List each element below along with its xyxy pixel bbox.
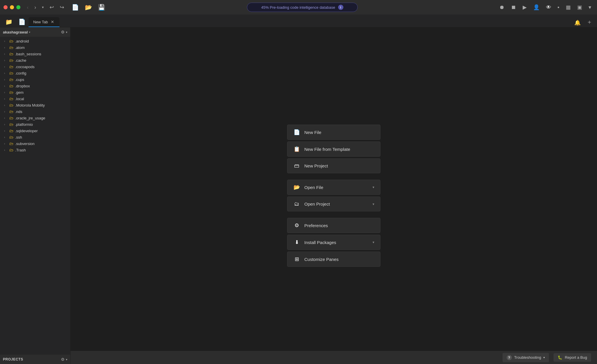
back-button[interactable]: ‹ — [25, 3, 30, 12]
layout3-button[interactable]: ▣ — [575, 3, 584, 12]
right-more-button[interactable]: ▾ — [586, 3, 594, 12]
list-item[interactable]: › 🗁 .Trash — [0, 147, 70, 153]
main-content: 📄 New File 📋 New File from Template 🗃 Ne… — [71, 27, 597, 364]
chevron-icon: › — [4, 91, 8, 94]
status-text: 45% Pre-loading code intelligence databa… — [261, 5, 335, 10]
projects-gear-button[interactable]: ⚙ ▾ — [61, 357, 67, 362]
folder-icon: 🗁 — [9, 52, 13, 56]
folder-icon: 🗁 — [9, 45, 13, 50]
run-button[interactable]: ▶ — [520, 3, 529, 12]
sidebar-gear-button[interactable]: ⚙ ▾ — [61, 30, 67, 34]
minimize-traffic-light[interactable] — [10, 5, 14, 9]
troubleshooting-button[interactable]: ? Troubleshooting ▾ — [503, 353, 549, 362]
file-name: .gem — [15, 90, 24, 95]
list-item[interactable]: › 🗁 .platformio — [0, 121, 70, 128]
close-traffic-light[interactable] — [3, 5, 8, 9]
undo-button[interactable]: ↩ — [48, 3, 56, 12]
file-name: .config — [15, 71, 26, 75]
traffic-lights — [3, 5, 20, 9]
new-file-panel-icon-button[interactable]: 📄 — [15, 17, 29, 27]
list-item[interactable]: › 🗁 .config — [0, 70, 70, 76]
preview-button[interactable]: 👁 — [544, 3, 554, 12]
file-name: .subversion — [15, 142, 34, 146]
maximize-traffic-light[interactable] — [16, 5, 20, 9]
open-project-button[interactable]: 🗂 Open Project ▾ — [287, 197, 380, 211]
new-project-icon: 🗃 — [293, 163, 300, 169]
active-tab[interactable]: New Tab ✕ — [29, 17, 59, 27]
list-item[interactable]: › 🗁 .dropbox — [0, 83, 70, 89]
new-file-button[interactable]: 📄 New File — [287, 125, 380, 140]
forward-button[interactable]: › — [33, 3, 38, 12]
new-project-button[interactable]: 🗃 New Project — [287, 158, 380, 173]
sidebar-gear-dropdown-icon: ▾ — [66, 31, 67, 34]
list-item[interactable]: › 🗁 .cocoapods — [0, 63, 70, 70]
status-icon: i — [338, 5, 343, 10]
list-item[interactable]: › 🗁 .gem — [0, 89, 70, 96]
open-file-label: Open File — [304, 185, 368, 190]
report-bug-button[interactable]: 🐛 Report a Bug — [554, 353, 591, 362]
open-file-button[interactable]: 📂 Open File ▾ — [287, 180, 380, 195]
file-name: .atom — [15, 45, 25, 50]
list-item[interactable]: › 🗁 .bash_sessions — [0, 51, 70, 57]
new-file-template-button[interactable]: 📋 New File from Template — [287, 142, 380, 157]
sidebar-user-header: akashagrawal ▾ ⚙ ▾ — [0, 27, 70, 37]
notification-button[interactable]: 🔔 — [572, 18, 583, 27]
bug-icon: 🐛 — [558, 355, 562, 360]
stop-button[interactable]: ⏹ — [509, 3, 519, 12]
sidebar-file-list: › 🗁 .android › 🗁 .atom › 🗁 .bash_session… — [0, 37, 70, 355]
list-item[interactable]: › 🗁 .android — [0, 38, 70, 44]
customize-panes-icon: ⊞ — [293, 256, 300, 262]
troubleshooting-dropdown-icon: ▾ — [543, 356, 545, 359]
folder-icon: 🗁 — [9, 96, 13, 101]
list-item[interactable]: › 🗁 .local — [0, 96, 70, 102]
chevron-icon: › — [4, 129, 8, 132]
sidebar-gear-icon: ⚙ — [61, 30, 65, 34]
open-project-icon: 🗂 — [293, 201, 300, 207]
new-tab-button[interactable]: ＋ — [584, 17, 595, 27]
list-item[interactable]: › 🗁 .Motorola Mobility — [0, 102, 70, 108]
chevron-icon: › — [4, 59, 8, 62]
folder-icon: 🗁 — [9, 141, 13, 146]
list-item[interactable]: › 🗁 .nds — [0, 108, 70, 115]
list-item[interactable]: › 🗁 .atom — [0, 44, 70, 51]
list-item[interactable]: › 🗁 .subversion — [0, 140, 70, 147]
welcome-panel: 📄 New File 📋 New File from Template 🗃 Ne… — [287, 125, 380, 267]
tab-close-button[interactable]: ✕ — [50, 20, 55, 24]
folder-icon: 🗁 — [9, 39, 13, 43]
projects-label: Projects — [3, 357, 23, 361]
profile-button[interactable]: 👤 — [531, 3, 542, 12]
files-panel-icon-button[interactable]: 📁 — [2, 17, 15, 27]
nav-dropdown-button[interactable]: ▾ — [40, 4, 45, 10]
folder-icon: 🗁 — [9, 58, 13, 63]
file-name: .android — [15, 39, 29, 43]
preferences-button[interactable]: ⚙ Preferences — [287, 218, 380, 233]
list-item[interactable]: › 🗁 .oracle_jre_usage — [0, 115, 70, 121]
layout1-button[interactable]: ▪ — [555, 3, 562, 12]
list-item[interactable]: › 🗁 .sqldeveloper — [0, 128, 70, 134]
file-name: .Trash — [15, 148, 26, 152]
new-file-toolbar-button[interactable]: 📄 — [69, 3, 81, 12]
list-item[interactable]: › 🗁 .cache — [0, 57, 70, 63]
folder-icon: 🗁 — [9, 103, 13, 107]
file-name: .nds — [15, 109, 22, 114]
install-packages-button[interactable]: ⬇ Install Packages ▾ — [287, 235, 380, 250]
install-packages-arrow: ▾ — [373, 240, 374, 244]
folder-icon: 🗁 — [9, 84, 13, 88]
chevron-icon: › — [4, 46, 8, 49]
list-item[interactable]: › 🗁 .ssh — [0, 134, 70, 140]
status-pill[interactable]: 45% Pre-loading code intelligence databa… — [247, 3, 358, 12]
record-button[interactable]: ⏺ — [497, 3, 507, 12]
save-toolbar-button[interactable]: 💾 — [96, 3, 108, 12]
file-name: .dropbox — [15, 84, 30, 88]
chevron-icon: › — [4, 123, 8, 126]
redo-button[interactable]: ↪ — [58, 3, 66, 12]
troubleshooting-icon: ? — [507, 355, 512, 360]
new-file-label: New File — [304, 130, 374, 135]
layout2-button[interactable]: ▦ — [563, 3, 573, 12]
open-file-toolbar-button[interactable]: 📂 — [82, 3, 94, 12]
chevron-icon: › — [4, 110, 8, 113]
customize-panes-button[interactable]: ⊞ Customize Panes — [287, 252, 380, 267]
bottombar: ? Troubleshooting ▾ 🐛 Report a Bug — [71, 351, 597, 364]
list-item[interactable]: › 🗁 .cups — [0, 76, 70, 83]
chevron-icon: › — [4, 52, 8, 56]
